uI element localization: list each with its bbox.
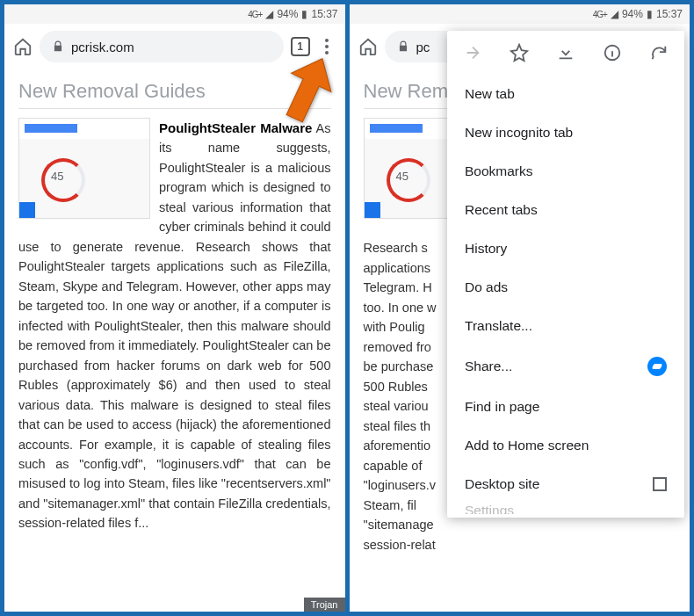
overflow-menu: New tab New incognito tab Bookmarks Rece… — [447, 31, 684, 518]
url-text: pcrisk.com — [71, 40, 134, 54]
battery-icon: ▮ — [647, 8, 653, 20]
menu-settings-peek[interactable]: Settings — [447, 504, 684, 514]
menu-find-in-page[interactable]: Find in page — [447, 388, 684, 426]
menu-button[interactable] — [317, 39, 336, 54]
left-screenshot: 4G+ ◢ 94% ▮ 15:37 pcrisk.com 1 New Remov… — [4, 4, 345, 612]
home-icon[interactable] — [13, 37, 33, 56]
messenger-icon — [647, 357, 667, 376]
menu-new-tab[interactable]: New tab — [447, 75, 684, 113]
menu-share[interactable]: Share... — [447, 345, 684, 388]
url-text: pc — [416, 40, 430, 54]
right-screenshot: 4G+ ◢ 94% ▮ 15:37 pc New Rem 45 criminal… — [350, 4, 690, 612]
menu-add-home[interactable]: Add to Home screen — [447, 426, 684, 465]
download-icon[interactable] — [556, 43, 575, 62]
category-badge: Trojan — [304, 598, 345, 612]
menu-new-incognito[interactable]: New incognito tab — [447, 113, 684, 152]
menu-icon-row — [447, 31, 684, 75]
status-bar: 4G+ ◢ 94% ▮ 15:37 — [350, 4, 690, 24]
checkbox-icon[interactable] — [653, 477, 667, 491]
signal-icon: ◢ — [611, 8, 618, 20]
browser-toolbar: pcrisk.com 1 — [4, 24, 345, 69]
info-icon[interactable] — [603, 43, 622, 62]
menu-desktop-site[interactable]: Desktop site — [447, 465, 684, 504]
home-icon[interactable] — [358, 37, 378, 56]
star-icon[interactable] — [510, 43, 529, 62]
menu-history[interactable]: History — [447, 229, 684, 268]
network-label: 4G+ — [248, 10, 262, 19]
menu-bookmarks[interactable]: Bookmarks — [447, 152, 684, 191]
status-bar: 4G+ ◢ 94% ▮ 15:37 — [4, 4, 345, 24]
network-label: 4G+ — [593, 10, 607, 19]
article-title[interactable]: PoulightStealer Malware — [159, 120, 312, 135]
menu-recent-tabs[interactable]: Recent tabs — [447, 191, 684, 229]
lock-icon — [397, 40, 409, 53]
address-bar[interactable]: pcrisk.com — [40, 31, 284, 62]
page-content: New Removal Guides 45 PoulightStealer Ma… — [4, 69, 345, 612]
battery-icon: ▮ — [301, 8, 307, 20]
article: 45 PoulightStealer Malware As its name s… — [18, 118, 331, 533]
menu-translate[interactable]: Translate... — [447, 307, 684, 345]
section-heading: New Removal Guides — [18, 80, 331, 109]
forward-icon[interactable] — [463, 43, 482, 62]
battery-percent: 94% — [277, 8, 298, 20]
battery-percent: 94% — [622, 8, 643, 20]
tab-switcher[interactable]: 1 — [291, 37, 310, 56]
clock: 15:37 — [656, 8, 683, 20]
lock-icon — [52, 40, 64, 53]
clock: 15:37 — [311, 8, 337, 20]
article-thumbnail[interactable]: 45 — [18, 118, 150, 219]
refresh-icon[interactable] — [649, 43, 669, 62]
signal-icon: ◢ — [265, 8, 273, 20]
menu-downloads[interactable]: Do ads — [447, 268, 684, 307]
